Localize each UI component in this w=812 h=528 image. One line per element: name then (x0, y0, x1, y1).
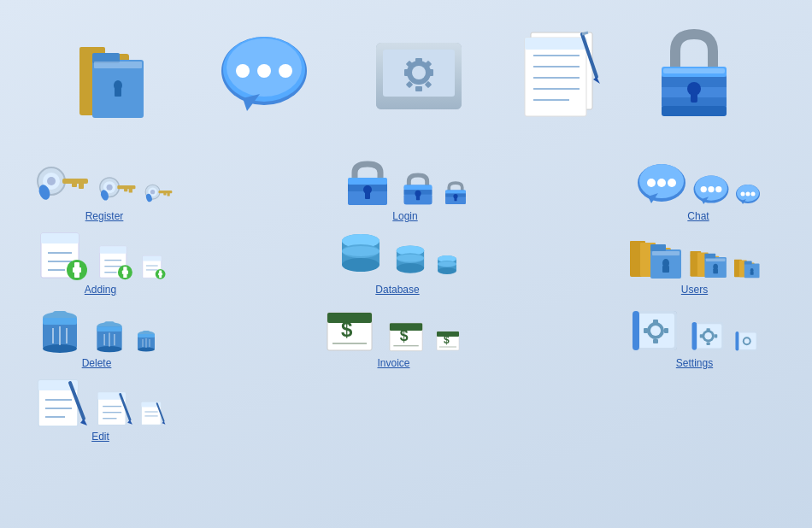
adding-icon-sm (139, 253, 167, 280)
invoice-icon-lg: $ (324, 306, 382, 354)
svg-rect-43 (662, 106, 727, 116)
login-label[interactable]: Login (392, 210, 417, 222)
svg-rect-189 (138, 334, 155, 337)
svg-text:$: $ (399, 327, 408, 344)
svg-marker-36 (593, 77, 600, 84)
users-icon-sm (733, 253, 761, 280)
svg-rect-59 (124, 188, 127, 191)
page: Register (0, 0, 812, 528)
settings-icon-sm (733, 328, 761, 354)
svg-rect-222 (707, 342, 710, 345)
login-icon-md (399, 169, 437, 207)
svg-rect-69 (348, 178, 387, 185)
svg-point-101 (746, 192, 750, 197)
chat-large-icon (217, 30, 320, 127)
svg-point-102 (751, 192, 756, 197)
svg-rect-75 (404, 185, 432, 190)
svg-marker-244 (127, 419, 132, 425)
svg-rect-173 (43, 318, 77, 325)
chat-icon-sm (735, 183, 761, 207)
svg-rect-22 (428, 69, 433, 76)
svg-point-12 (279, 64, 292, 78)
top-icons-row (17, 17, 795, 157)
svg-rect-65 (168, 192, 170, 196)
chat-label[interactable]: Chat (687, 210, 709, 222)
svg-rect-58 (129, 188, 132, 193)
chat-icons (636, 162, 761, 207)
notes-large-icon (518, 26, 603, 132)
svg-rect-52 (72, 182, 77, 187)
register-icon-lg (34, 160, 92, 207)
svg-point-89 (657, 179, 666, 187)
svg-point-174 (43, 344, 77, 353)
svg-rect-168 (744, 261, 752, 265)
register-label[interactable]: Register (85, 210, 124, 222)
adding-icon-md (95, 243, 134, 280)
delete-icon-sm (133, 325, 159, 354)
register-icon-md (97, 171, 138, 207)
svg-rect-151 (652, 251, 680, 255)
svg-rect-119 (123, 267, 127, 278)
svg-point-100 (741, 192, 745, 197)
svg-rect-6 (115, 88, 121, 97)
users-icon-lg (628, 231, 684, 280)
svg-rect-111 (74, 262, 79, 278)
svg-text:$: $ (341, 318, 353, 341)
login-icons (341, 157, 469, 207)
svg-rect-212 (653, 320, 658, 324)
register-group: Register (34, 160, 174, 222)
chat-group: Chat (636, 162, 761, 222)
svg-rect-21 (404, 69, 409, 76)
adding-label[interactable]: Adding (85, 284, 116, 296)
svg-point-144 (438, 261, 456, 267)
svg-rect-160 (706, 258, 726, 261)
register-icon-sm (144, 179, 174, 207)
svg-rect-181 (97, 326, 121, 331)
svg-rect-81 (445, 190, 466, 193)
svg-rect-150 (650, 244, 666, 251)
row-delete-invoice-settings: Delete $ $ (17, 302, 795, 369)
svg-point-138 (397, 255, 424, 262)
svg-rect-215 (664, 328, 668, 333)
edit-label[interactable]: Edit (91, 431, 109, 443)
edit-group: Edit (34, 376, 167, 443)
delete-label[interactable]: Delete (82, 357, 112, 369)
svg-point-129 (342, 258, 380, 272)
delete-icons (34, 302, 159, 354)
row-edit: Edit (17, 376, 795, 443)
adding-icons (34, 229, 167, 280)
settings-label[interactable]: Settings (676, 357, 713, 369)
database-group: Database (335, 229, 460, 296)
users-label[interactable]: Users (681, 284, 708, 296)
database-label[interactable]: Database (375, 284, 419, 296)
svg-rect-223 (700, 334, 703, 337)
invoice-label[interactable]: Invoice (377, 357, 409, 369)
delete-icon-md (91, 314, 128, 354)
svg-point-132 (342, 246, 380, 256)
svg-point-56 (107, 185, 113, 191)
svg-rect-159 (704, 254, 715, 259)
svg-point-49 (47, 177, 56, 185)
svg-rect-79 (416, 196, 420, 201)
svg-rect-186 (104, 321, 115, 325)
svg-rect-85 (454, 197, 456, 201)
svg-rect-4 (94, 62, 142, 68)
svg-point-95 (708, 186, 714, 192)
svg-rect-216 (633, 311, 639, 350)
edit-icon-sm (139, 398, 167, 427)
settings-icons (628, 307, 761, 354)
svg-rect-162 (713, 268, 718, 273)
login-icon-lg (341, 157, 394, 207)
invoice-icon-sm: $ (435, 326, 464, 354)
svg-rect-73 (365, 192, 370, 199)
users-large-icon (75, 30, 169, 127)
svg-rect-20 (415, 86, 422, 91)
lock-large-icon (651, 26, 737, 132)
svg-point-94 (701, 186, 707, 192)
edit-icon-md (95, 388, 134, 427)
svg-point-220 (704, 332, 711, 339)
delete-icon-lg (34, 302, 85, 354)
svg-rect-213 (653, 339, 658, 343)
svg-point-90 (668, 179, 676, 187)
svg-rect-105 (41, 233, 79, 243)
